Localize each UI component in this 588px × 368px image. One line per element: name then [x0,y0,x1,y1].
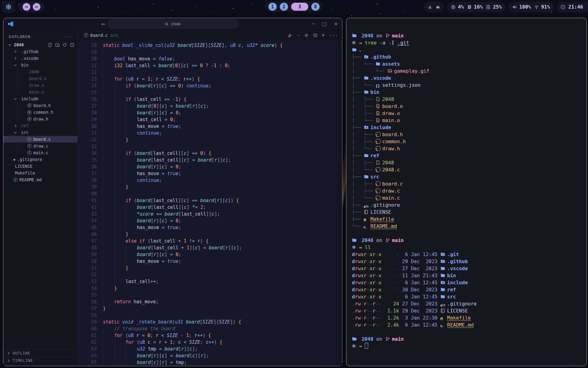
code-editor[interactable]: 18static bool _slide_col(u32 board[SIZE]… [78,40,342,365]
outline-panel[interactable]: OUTLINE [3,349,77,357]
explorer-item-draw.o[interactable]: draw.o [3,82,77,89]
code-line-47[interactable]: 47else if (last_cell + 1 != r) { [78,238,342,244]
maximize-button[interactable]: □ [322,21,326,27]
code-line-32[interactable]: 32} [78,136,342,143]
close-button[interactable]: × [334,21,338,27]
code-line-49[interactable]: 49board[r][c] = 0; [78,251,342,258]
code-line-18[interactable]: 18static bool _slide_col(u32 board[SIZE]… [78,42,342,49]
explorer-item-.gitignore[interactable]: ◆.gitignore [3,156,77,163]
explorer-item-board.c[interactable]: Cboard.c [3,136,77,143]
code-line-65[interactable]: 65board[c][r] = tmp; [78,359,342,365]
code-line-45[interactable]: 45has_move = true; [78,224,342,231]
explorer-item-Makefile[interactable]: Makefile [3,170,77,176]
code-line-23[interactable]: 23for (u8 r = 1; r < SIZE; r++) { [78,76,342,82]
code-line-20[interactable]: 20bool has_move = false; [78,56,342,62]
code-line-34[interactable]: 34if (board[last_cell][c] == 0) { [78,150,342,157]
clock-widget[interactable]: 21:46 [557,2,588,12]
timeline-panel[interactable]: TIMELINE [3,357,77,364]
vscode-titlebar[interactable]: ← → 2048 ─ □ × [3,18,342,30]
explorer-item-.github[interactable]: .github [3,48,77,55]
code-line-55[interactable]: 55 [78,292,342,298]
code-line-54[interactable]: 54} [78,285,342,292]
code-line-57[interactable]: 57} [78,305,342,312]
explorer-more-icon[interactable]: ··· [64,34,73,39]
code-line-61[interactable]: 61for (u8 r = 0; r < SIZE - 1; r++) { [78,332,342,339]
media-prev-button[interactable] [23,3,30,11]
code-line-26[interactable]: 26if (last_cell == -1) { [78,96,342,103]
chevron-down-icon[interactable] [297,33,300,38]
code-line-35[interactable]: 35board[last_cell][c] = board[r][c]; [78,157,342,163]
code-line-31[interactable]: 31continue; [78,130,342,136]
explorer-item-include[interactable]: include [3,95,77,102]
new-file-icon[interactable] [48,43,52,47]
nav-back-arrow[interactable]: ← [101,21,106,27]
code-line-62[interactable]: 62for (u8 c = r + 1; c < SIZE; c++) { [78,339,342,346]
code-line-44[interactable]: 44board[r][c] = 0; [78,217,342,224]
explorer-item-common.h[interactable]: Hcommon.h [3,109,77,116]
code-line-33[interactable]: 33 [78,143,342,150]
code-line-58[interactable]: 58 [78,312,342,319]
code-line-21[interactable]: 21i32 last_cell = board[0][c] == 0 ? -1 … [78,62,342,69]
code-line-24[interactable]: 24if (board[r][c] == 0) continue; [78,82,342,89]
code-line-39[interactable]: 39} [78,184,342,190]
explorer-item-README.md[interactable]: iREADME.md [3,176,77,183]
explorer-item-main.o[interactable]: main.o [3,89,77,95]
code-line-51[interactable]: 51} [78,265,342,271]
code-line-41[interactable]: 41if (board[last_cell][c] == board[r][c]… [78,197,342,204]
refresh-icon[interactable] [62,43,67,47]
explorer-item-2048[interactable]: 2048 [3,41,77,48]
weather-widget[interactable] [424,2,444,12]
code-line-63[interactable]: 63u32 tmp = board[r][c]; [78,346,342,352]
code-line-40[interactable]: 40 [78,190,342,197]
code-line-64[interactable]: 64board[r][c] = board[c][r]; [78,352,342,359]
explorer-item-draw.c[interactable]: Cdraw.c [3,143,77,149]
explorer-item-main.c[interactable]: Cmain.c [3,149,77,156]
command-center-search[interactable]: 2048 [108,20,237,28]
system-stats[interactable]: 4% 16% 25% [447,2,505,12]
workspace-8[interactable]: 8 [311,3,320,11]
code-line-28[interactable]: 28board[r][c] = 0; [78,109,342,116]
code-line-37[interactable]: 37has_move = true; [78,170,342,177]
nixos-logo[interactable]: ❄ [2,1,15,13]
minimize-button[interactable]: ─ [312,21,315,27]
code-line-38[interactable]: 38continue; [78,177,342,184]
code-line-59[interactable]: 59static void _rotate_board(u32 board[SI… [78,319,342,325]
gear-icon[interactable] [304,33,309,38]
code-line-22[interactable]: 22 [78,69,342,76]
code-line-60[interactable]: 60// transpose the board [78,325,342,332]
code-line-43[interactable]: 43*score += board[last_cell][c]; [78,211,342,217]
split-editor-icon[interactable] [313,33,318,38]
run-code-icon[interactable] [288,33,292,38]
workspace-1[interactable]: 1 [269,3,277,11]
audio-network[interactable]: 100% 91% [508,2,553,12]
code-line-29[interactable]: 29last_cell = 0; [78,116,342,123]
explorer-item-2048[interactable]: 2048 [3,68,77,75]
explorer-item-src[interactable]: (i)src [3,129,77,136]
terminal-input-line[interactable]: ❄ → [352,343,586,350]
media-next-button[interactable] [33,3,40,11]
explorer-item-draw.h[interactable]: Hdraw.h [3,116,77,122]
code-line-52[interactable]: 52 [78,271,342,278]
code-line-50[interactable]: 50has_move = true; [78,258,342,265]
terminal-window[interactable]: 2048 on main❄ → tree -a -I .git.├── .git… [346,18,587,366]
code-line-36[interactable]: 36board[r][c] = 0; [78,163,342,170]
explorer-item-board.h[interactable]: Hboard.h [3,102,77,109]
workspace-3[interactable]: 3 [291,3,308,11]
code-line-48[interactable]: 48board[last_cell + 1][c] = board[r][c]; [78,244,342,251]
collapse-all-icon[interactable] [70,43,74,47]
code-line-53[interactable]: 53last_cell++; [78,278,342,285]
explorer-item-bin[interactable]: bin [3,62,77,68]
code-line-27[interactable]: 27board[0][c] = board[r][c]; [78,103,342,109]
new-folder-icon[interactable] [55,43,60,47]
code-line-42[interactable]: 42board[last_cell][c] *= 2; [78,204,342,211]
code-line-30[interactable]: 30has_move = true; [78,123,342,130]
code-line-46[interactable]: 46} [78,231,342,238]
tab-board-c[interactable]: C board.c src [84,33,118,38]
explorer-item-.vscode[interactable]: .vscode [3,55,77,62]
workspace-2[interactable]: 2 [280,3,288,11]
explorer-item-board.o[interactable]: board.o [3,75,77,82]
code-line-25[interactable]: 25 [78,89,342,96]
close-editor-icon[interactable]: × [322,33,325,38]
more-actions-icon[interactable]: ··· [329,33,338,38]
explorer-item-ref[interactable]: ref [3,122,77,129]
